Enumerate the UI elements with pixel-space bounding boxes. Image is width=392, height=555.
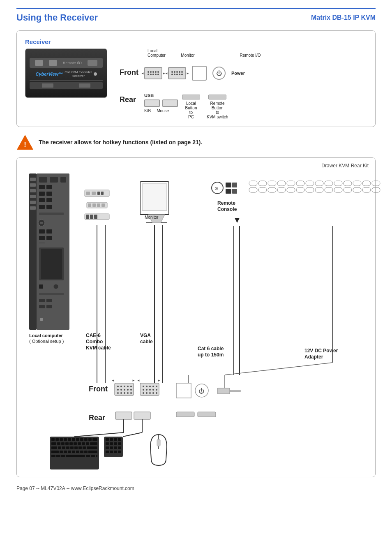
monitor-connector <box>168 67 186 79</box>
power-button-front[interactable]: ⏻ <box>212 67 226 80</box>
svg-rect-5 <box>30 201 36 204</box>
svg-rect-2 <box>30 183 36 187</box>
svg-rect-161 <box>61 442 65 445</box>
svg-rect-23 <box>46 229 52 234</box>
svg-rect-201 <box>114 442 117 445</box>
svg-rect-41 <box>97 192 100 195</box>
rear-usb-kb <box>115 412 132 419</box>
local-optional-label: ( Optional setup ) <box>29 339 64 344</box>
vga-label: VGA <box>140 333 151 338</box>
svg-rect-18 <box>46 205 52 209</box>
svg-text:◄: ◄ <box>137 379 140 382</box>
svg-rect-151 <box>64 438 67 441</box>
svg-rect-162 <box>65 442 69 445</box>
svg-rect-202 <box>118 442 121 445</box>
svg-rect-150 <box>60 438 63 441</box>
svg-point-109 <box>130 386 132 387</box>
svg-point-136 <box>152 392 154 394</box>
svg-rect-164 <box>74 442 77 445</box>
svg-rect-29 <box>39 284 43 289</box>
svg-rect-204 <box>110 446 113 449</box>
monitor-header: Monitor <box>181 53 194 58</box>
svg-point-130 <box>149 389 151 391</box>
svg-rect-76 <box>306 181 314 186</box>
svg-rect-3 <box>30 189 36 192</box>
drawer-ports-row2 <box>249 187 380 192</box>
warning-text: The receiver allows for hotkey functions… <box>39 139 202 146</box>
svg-rect-203 <box>106 446 109 449</box>
power-label: Power <box>231 71 245 76</box>
svg-rect-11 <box>39 185 45 189</box>
remote-button-label: RemoteButtontoKVM switch <box>207 101 228 119</box>
svg-rect-157 <box>88 438 92 441</box>
svg-rect-32 <box>39 299 45 302</box>
svg-rect-44 <box>88 204 91 207</box>
svg-text:►: ► <box>157 379 161 382</box>
svg-rect-84 <box>249 187 257 192</box>
svg-rect-49 <box>86 215 89 219</box>
svg-point-133 <box>143 392 144 394</box>
svg-rect-190 <box>66 455 85 457</box>
svg-rect-46 <box>97 204 100 207</box>
svg-rect-155 <box>80 438 83 441</box>
usb-label: USB <box>144 93 154 98</box>
svg-rect-159 <box>51 442 56 445</box>
svg-rect-39 <box>86 192 90 195</box>
svg-line-214 <box>123 432 142 437</box>
svg-rect-93 <box>334 187 342 192</box>
svg-point-110 <box>117 389 119 391</box>
svg-rect-79 <box>334 181 342 186</box>
svg-rect-172 <box>66 446 69 449</box>
svg-rect-184 <box>80 451 83 453</box>
rear-label: Rear <box>120 95 144 104</box>
svg-text:KVM cable: KVM cable <box>86 345 111 351</box>
drawer-kvm-label: Drawer KVM Rear Kit <box>321 163 369 169</box>
remote-io-header: Remote I/O <box>240 53 261 58</box>
svg-rect-72 <box>268 181 276 186</box>
cae6-label: CAE-6 <box>86 333 101 338</box>
monitor-label-text: Monitor <box>145 215 159 220</box>
svg-rect-181 <box>68 451 71 453</box>
top-diagram-box: Receiver Remote I/O CyberView™ Cat KVM E… <box>16 30 376 127</box>
svg-rect-195 <box>106 438 109 441</box>
svg-point-137 <box>156 392 157 394</box>
usb-mouse-connector <box>162 99 178 107</box>
svg-rect-175 <box>78 446 82 449</box>
svg-rect-47 <box>101 204 105 207</box>
connector-area: LocalComputer Monitor Remote I/O Front <box>120 49 367 119</box>
svg-rect-90 <box>306 187 314 192</box>
svg-rect-167 <box>86 442 89 445</box>
svg-point-107 <box>124 386 125 387</box>
local-computer-label: Local computer <box>29 333 63 338</box>
svg-rect-51 <box>94 215 97 219</box>
bottom-diagram-svg: Local computer ( Optional setup ) CAE-6 <box>25 165 383 469</box>
svg-rect-197 <box>114 438 117 441</box>
svg-line-144 <box>225 363 332 375</box>
svg-rect-210 <box>118 451 121 453</box>
svg-point-112 <box>124 389 125 391</box>
svg-rect-141 <box>231 390 240 392</box>
svg-rect-22 <box>39 229 45 234</box>
svg-rect-176 <box>83 446 86 449</box>
svg-point-37 <box>40 318 43 321</box>
page-subtitle: Matrix DB-15 IP KVM <box>311 14 376 21</box>
svg-point-114 <box>130 389 132 391</box>
svg-rect-200 <box>110 442 113 445</box>
svg-rect-185 <box>84 451 88 453</box>
svg-rect-78 <box>325 181 333 186</box>
svg-rect-21 <box>40 222 43 224</box>
numpad-icon <box>104 437 123 457</box>
svg-point-30 <box>53 284 58 289</box>
power-cable-connector <box>217 388 230 394</box>
svg-rect-186 <box>88 451 97 453</box>
remote-console-label: Remote <box>217 200 235 206</box>
svg-rect-83 <box>372 181 380 186</box>
cae6-group <box>85 190 109 383</box>
svg-rect-153 <box>72 438 75 441</box>
svg-rect-168 <box>90 442 97 445</box>
svg-text:Combo: Combo <box>86 339 103 345</box>
svg-rect-178 <box>51 451 59 453</box>
svg-rect-77 <box>315 181 323 186</box>
front-section: Front <box>120 64 367 81</box>
svg-rect-156 <box>84 438 88 441</box>
